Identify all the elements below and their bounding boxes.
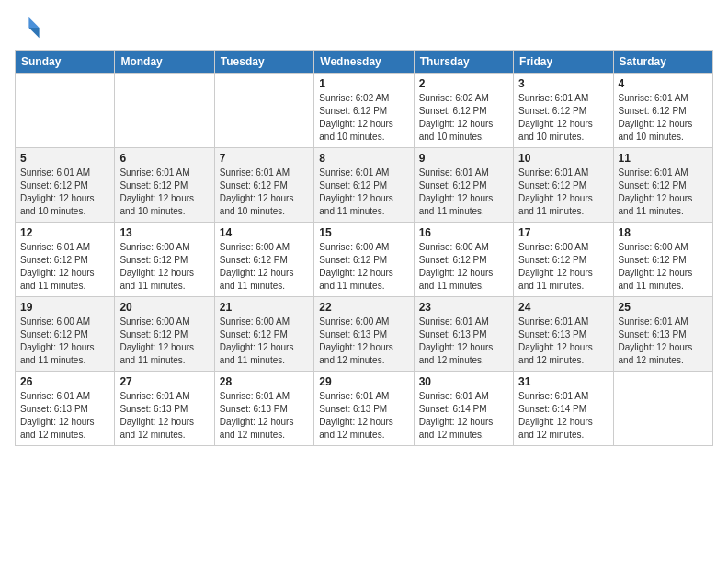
day-info: Sunrise: 6:01 AMSunset: 6:14 PMDaylight:… [518, 390, 608, 442]
day-info: Sunrise: 6:01 AMSunset: 6:13 PMDaylight:… [619, 316, 708, 367]
calendar-cell: 16Sunrise: 6:00 AMSunset: 6:12 PMDayligh… [414, 223, 513, 297]
calendar-cell: 31Sunrise: 6:01 AMSunset: 6:14 PMDayligh… [514, 372, 613, 446]
calendar-cell: 13Sunrise: 6:00 AMSunset: 6:12 PMDayligh… [115, 223, 214, 297]
day-number: 11 [619, 152, 708, 165]
calendar-cell: 21Sunrise: 6:00 AMSunset: 6:12 PMDayligh… [214, 297, 313, 372]
day-number: 7 [220, 152, 309, 165]
day-info: Sunrise: 6:01 AMSunset: 6:12 PMDaylight:… [518, 167, 608, 218]
logo [15, 15, 44, 40]
day-number: 19 [20, 301, 109, 314]
calendar-cell: 19Sunrise: 6:00 AMSunset: 6:12 PMDayligh… [16, 297, 115, 372]
day-info: Sunrise: 6:00 AMSunset: 6:12 PMDaylight:… [119, 241, 209, 293]
calendar-cell: 28Sunrise: 6:01 AMSunset: 6:13 PMDayligh… [214, 372, 313, 446]
calendar-cell: 25Sunrise: 6:01 AMSunset: 6:13 PMDayligh… [613, 297, 712, 372]
day-info: Sunrise: 6:00 AMSunset: 6:12 PMDaylight:… [119, 316, 209, 367]
day-info: Sunrise: 6:01 AMSunset: 6:12 PMDaylight:… [319, 167, 408, 218]
day-number: 23 [419, 301, 508, 314]
day-number: 22 [319, 301, 408, 314]
day-info: Sunrise: 6:01 AMSunset: 6:13 PMDaylight:… [419, 316, 508, 367]
day-number: 31 [518, 375, 608, 388]
calendar-cell: 2Sunrise: 6:02 AMSunset: 6:12 PMDaylight… [414, 74, 513, 148]
day-number: 25 [619, 301, 708, 314]
calendar-cell: 8Sunrise: 6:01 AMSunset: 6:12 PMDaylight… [314, 148, 414, 223]
day-info: Sunrise: 6:01 AMSunset: 6:12 PMDaylight:… [119, 167, 209, 218]
day-info: Sunrise: 6:01 AMSunset: 6:13 PMDaylight:… [20, 390, 109, 442]
day-info: Sunrise: 6:02 AMSunset: 6:12 PMDaylight:… [319, 92, 408, 144]
day-number: 20 [119, 301, 209, 314]
weekday-header: Sunday [16, 51, 115, 74]
calendar-cell: 15Sunrise: 6:00 AMSunset: 6:12 PMDayligh… [314, 223, 414, 297]
day-number: 14 [220, 226, 309, 239]
calendar-cell: 27Sunrise: 6:01 AMSunset: 6:13 PMDayligh… [115, 372, 214, 446]
logo-icon [15, 15, 40, 40]
svg-marker-1 [28, 28, 39, 38]
day-info: Sunrise: 6:01 AMSunset: 6:13 PMDaylight:… [518, 316, 608, 367]
calendar-cell: 11Sunrise: 6:01 AMSunset: 6:12 PMDayligh… [613, 148, 712, 223]
day-number: 30 [419, 375, 508, 388]
calendar-week-row: 26Sunrise: 6:01 AMSunset: 6:13 PMDayligh… [16, 372, 713, 446]
calendar-week-row: 1Sunrise: 6:02 AMSunset: 6:12 PMDaylight… [16, 74, 713, 148]
calendar-cell: 26Sunrise: 6:01 AMSunset: 6:13 PMDayligh… [16, 372, 115, 446]
calendar-cell: 4Sunrise: 6:01 AMSunset: 6:12 PMDaylight… [613, 74, 712, 148]
day-number: 13 [119, 226, 209, 239]
day-number: 21 [220, 301, 309, 314]
day-info: Sunrise: 6:02 AMSunset: 6:12 PMDaylight:… [419, 92, 508, 144]
day-number: 9 [419, 152, 508, 165]
calendar-cell: 9Sunrise: 6:01 AMSunset: 6:12 PMDaylight… [414, 148, 513, 223]
day-number: 29 [319, 375, 408, 388]
calendar-table: SundayMondayTuesdayWednesdayThursdayFrid… [15, 50, 713, 446]
day-number: 8 [319, 152, 408, 165]
day-info: Sunrise: 6:01 AMSunset: 6:12 PMDaylight:… [518, 92, 608, 144]
day-number: 17 [518, 226, 608, 239]
day-info: Sunrise: 6:01 AMSunset: 6:12 PMDaylight:… [20, 241, 109, 293]
calendar-cell [613, 372, 712, 446]
weekday-header: Tuesday [214, 51, 313, 74]
svg-marker-0 [28, 17, 39, 28]
calendar-cell: 30Sunrise: 6:01 AMSunset: 6:14 PMDayligh… [414, 372, 513, 446]
weekday-header-row: SundayMondayTuesdayWednesdayThursdayFrid… [16, 51, 713, 74]
day-info: Sunrise: 6:01 AMSunset: 6:13 PMDaylight:… [319, 390, 408, 442]
calendar-cell: 18Sunrise: 6:00 AMSunset: 6:12 PMDayligh… [613, 223, 712, 297]
calendar-week-row: 5Sunrise: 6:01 AMSunset: 6:12 PMDaylight… [16, 148, 713, 223]
day-number: 5 [20, 152, 109, 165]
day-number: 26 [20, 375, 109, 388]
day-number: 18 [619, 226, 708, 239]
day-info: Sunrise: 6:00 AMSunset: 6:12 PMDaylight:… [518, 241, 608, 293]
calendar-cell: 6Sunrise: 6:01 AMSunset: 6:12 PMDaylight… [115, 148, 214, 223]
day-number: 4 [619, 77, 708, 90]
day-number: 16 [419, 226, 508, 239]
calendar-cell [214, 74, 313, 148]
day-info: Sunrise: 6:01 AMSunset: 6:12 PMDaylight:… [20, 167, 109, 218]
calendar-cell: 5Sunrise: 6:01 AMSunset: 6:12 PMDaylight… [16, 148, 115, 223]
day-number: 10 [518, 152, 608, 165]
day-info: Sunrise: 6:01 AMSunset: 6:12 PMDaylight:… [619, 167, 708, 218]
weekday-header: Wednesday [314, 51, 414, 74]
day-info: Sunrise: 6:01 AMSunset: 6:12 PMDaylight:… [220, 167, 309, 218]
day-info: Sunrise: 6:01 AMSunset: 6:14 PMDaylight:… [419, 390, 508, 442]
day-info: Sunrise: 6:01 AMSunset: 6:13 PMDaylight:… [220, 390, 309, 442]
day-number: 27 [119, 375, 209, 388]
day-number: 24 [518, 301, 608, 314]
day-number: 6 [119, 152, 209, 165]
day-info: Sunrise: 6:00 AMSunset: 6:12 PMDaylight:… [419, 241, 508, 293]
calendar-cell: 22Sunrise: 6:00 AMSunset: 6:13 PMDayligh… [314, 297, 414, 372]
day-info: Sunrise: 6:00 AMSunset: 6:12 PMDaylight:… [619, 241, 708, 293]
day-info: Sunrise: 6:01 AMSunset: 6:13 PMDaylight:… [119, 390, 209, 442]
calendar-week-row: 19Sunrise: 6:00 AMSunset: 6:12 PMDayligh… [16, 297, 713, 372]
calendar-cell: 7Sunrise: 6:01 AMSunset: 6:12 PMDaylight… [214, 148, 313, 223]
calendar-cell [115, 74, 214, 148]
calendar-cell: 14Sunrise: 6:00 AMSunset: 6:12 PMDayligh… [214, 223, 313, 297]
weekday-header: Monday [115, 51, 214, 74]
weekday-header: Saturday [613, 51, 712, 74]
day-info: Sunrise: 6:00 AMSunset: 6:12 PMDaylight:… [220, 241, 309, 293]
day-info: Sunrise: 6:00 AMSunset: 6:13 PMDaylight:… [319, 316, 408, 367]
day-info: Sunrise: 6:00 AMSunset: 6:12 PMDaylight:… [20, 316, 109, 367]
weekday-header: Thursday [414, 51, 513, 74]
calendar-cell: 17Sunrise: 6:00 AMSunset: 6:12 PMDayligh… [514, 223, 613, 297]
page-header [15, 15, 713, 40]
day-number: 1 [319, 77, 408, 90]
day-info: Sunrise: 6:01 AMSunset: 6:12 PMDaylight:… [619, 92, 708, 144]
calendar-cell: 3Sunrise: 6:01 AMSunset: 6:12 PMDaylight… [514, 74, 613, 148]
day-info: Sunrise: 6:01 AMSunset: 6:12 PMDaylight:… [419, 167, 508, 218]
calendar-cell: 12Sunrise: 6:01 AMSunset: 6:12 PMDayligh… [16, 223, 115, 297]
